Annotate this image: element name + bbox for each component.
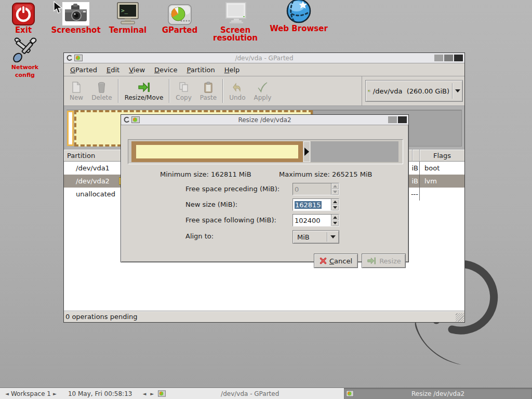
menu-help[interactable]: Help	[220, 64, 245, 75]
pending-operations-text: 0 operations pending	[65, 313, 138, 321]
terminal-icon: >_	[105, 2, 150, 25]
desktop-icon-web-browser[interactable]: Web Browser	[270, 0, 328, 33]
column-header-flags[interactable]: Flags	[420, 150, 464, 162]
window-list-next-icon[interactable]: ►	[148, 391, 156, 396]
spin-value: 0	[293, 183, 331, 195]
field-row-following: Free space following (MiB): 102400	[121, 214, 408, 227]
desktop-icon-network-config[interactable]: Network config	[3, 36, 47, 79]
menu-device[interactable]: Device	[150, 64, 182, 75]
gparted-mini-icon	[131, 116, 140, 123]
desktop-icon-label: GParted	[157, 26, 203, 34]
copy-button[interactable]: Copy	[171, 76, 195, 105]
resize-button[interactable]: Resize	[362, 254, 406, 268]
desktop-icon-label: Screen resolution	[202, 26, 269, 42]
main-window-title: /dev/vda - GParted	[64, 55, 464, 62]
toolbar-separator	[118, 79, 119, 103]
minimum-size-label: Minimum size: 162811 MiB	[160, 170, 251, 178]
debian-swirl-icon	[123, 116, 130, 123]
partition-bar-vda1[interactable]	[67, 111, 74, 146]
resize-partition-area[interactable]	[131, 141, 303, 162]
spin-down-button[interactable]	[331, 220, 339, 226]
maximize-button[interactable]	[444, 55, 453, 61]
gparted-mini-icon	[74, 55, 83, 61]
column-header-narrow[interactable]	[413, 150, 420, 162]
spin-value: 102400	[293, 215, 331, 226]
resize-move-button[interactable]: Resize/Move	[121, 76, 168, 105]
device-combo-value: /dev/vda (260.00 GiB)	[373, 87, 449, 95]
menu-view[interactable]: View	[124, 64, 150, 75]
delete-icon	[97, 81, 106, 94]
cell-partition: unallocated	[64, 190, 129, 198]
field-row-align: Align to: MiB	[121, 230, 408, 243]
resize-partition-fill	[136, 145, 298, 158]
gparted-icon	[157, 2, 203, 25]
debian-swirl-icon	[66, 55, 73, 61]
new-size-label: New size (MiB):	[185, 201, 237, 208]
spin-up-button[interactable]	[331, 215, 339, 220]
field-row-new-size: New size (MiB): 162815	[121, 198, 408, 211]
monitor-icon	[202, 2, 269, 25]
dialog-body: Minimum size: 162811 MiB Maximum size: 2…	[121, 125, 408, 262]
resize-grip[interactable]	[456, 313, 464, 322]
close-button[interactable]	[398, 116, 407, 123]
undo-button[interactable]: Undo	[225, 76, 249, 105]
menubar: GParted Edit View Device Partition Help	[64, 63, 464, 76]
minimize-button[interactable]	[434, 55, 443, 61]
globe-icon	[270, 0, 328, 24]
arrow-right-icon	[304, 148, 309, 156]
device-selector[interactable]: /dev/vda (260.00 GiB)	[365, 80, 463, 102]
resize-right-handle[interactable]	[303, 141, 310, 162]
spin-value-selected: 162815	[295, 201, 322, 209]
spin-down-button	[331, 189, 339, 195]
close-button[interactable]	[454, 55, 463, 61]
resize-icon	[366, 257, 377, 265]
dropdown-value: MiB	[293, 233, 327, 241]
resize-slider-widget	[128, 139, 403, 164]
workspace-next-icon[interactable]: ►	[51, 391, 59, 396]
mouse-cursor	[54, 1, 63, 15]
desktop-icon-exit[interactable]: Exit	[6, 2, 41, 34]
free-space-following-label: Free space following (MiB):	[185, 216, 276, 224]
column-header-partition[interactable]: Partition	[64, 150, 129, 162]
desktop-icon-gparted[interactable]: GParted	[157, 2, 203, 34]
dialog-title: Resize /dev/vda2	[121, 116, 408, 124]
menu-gparted[interactable]: GParted	[65, 64, 102, 75]
dialog-titlebar[interactable]: Resize /dev/vda2	[121, 115, 408, 125]
new-button[interactable]: New	[65, 76, 87, 105]
desktop-icon-screen-resolution[interactable]: Screen resolution	[202, 2, 269, 42]
chevron-down-icon[interactable]	[452, 83, 460, 99]
desktop-icon-terminal[interactable]: >_ Terminal	[105, 2, 150, 34]
maximize-button[interactable]	[388, 116, 397, 123]
task-label: Resize /dev/vda2	[344, 390, 532, 397]
desktop-icon-label: Screenshot	[51, 26, 101, 34]
tools-icon	[3, 36, 47, 62]
paste-icon	[204, 81, 213, 94]
apply-button[interactable]: Apply	[250, 76, 276, 105]
free-space-following-spinbox[interactable]: 102400	[292, 214, 339, 227]
menu-partition[interactable]: Partition	[182, 64, 220, 75]
delete-button[interactable]: Delete	[87, 76, 116, 105]
cancel-button[interactable]: Cancel	[314, 254, 358, 268]
align-to-label: Align to:	[185, 232, 214, 240]
new-size-spinbox[interactable]: 162815	[292, 198, 339, 211]
align-to-dropdown[interactable]: MiB	[292, 230, 339, 244]
cell-flags: boot	[421, 164, 464, 172]
window-list-prev-icon[interactable]: ◄	[140, 391, 148, 396]
main-titlebar[interactable]: /dev/vda - GParted	[64, 53, 464, 63]
resize-move-icon	[138, 81, 150, 94]
free-space-preceding-label: Free space preceding (MiB):	[185, 185, 280, 193]
workspace-prev-icon[interactable]: ◄	[3, 391, 11, 396]
cell-partition: /dev/vda1	[64, 164, 129, 172]
workspace-label: Workspace 1	[11, 390, 51, 397]
desktop-icon-label: Exit	[6, 26, 41, 34]
paste-button[interactable]: Paste	[196, 76, 221, 105]
apply-icon	[257, 81, 268, 94]
menu-edit[interactable]: Edit	[102, 64, 124, 75]
spin-down-button[interactable]	[331, 205, 339, 210]
spin-up-button[interactable]	[331, 199, 339, 205]
task-button-resize-dialog[interactable]: Resize /dev/vda2	[344, 388, 532, 399]
power-icon	[6, 2, 41, 25]
cancel-x-icon	[320, 257, 327, 264]
statusbar: 0 operations pending	[64, 311, 464, 322]
task-button-gparted[interactable]: /dev/vda - GParted	[156, 388, 344, 399]
